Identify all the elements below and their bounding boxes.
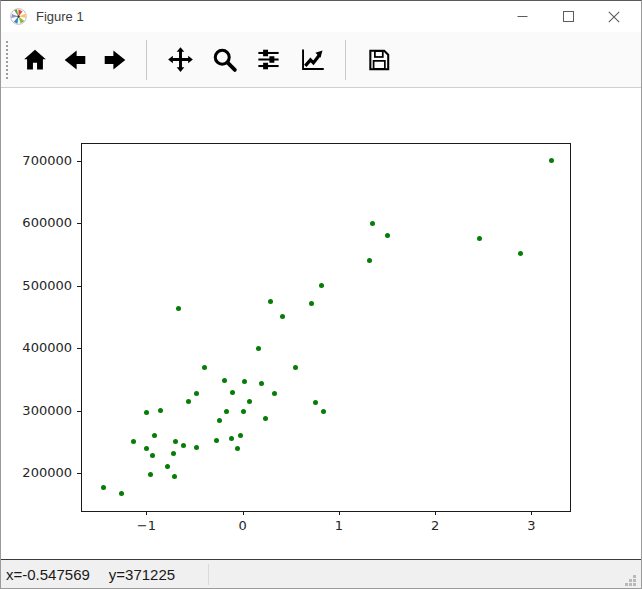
data-point: [549, 158, 554, 163]
data-point: [101, 485, 106, 490]
y-tick-label: 400000: [1, 340, 72, 355]
x-tick: [531, 511, 532, 515]
back-button[interactable]: [55, 37, 95, 83]
data-point: [202, 365, 207, 370]
figure-canvas[interactable]: −101232000003000004000005000006000007000…: [1, 88, 641, 559]
data-point: [367, 258, 372, 263]
forward-button[interactable]: [95, 37, 135, 83]
save-button[interactable]: [357, 37, 401, 83]
data-point: [238, 433, 243, 438]
minimize-button[interactable]: [499, 1, 545, 32]
close-icon: [608, 11, 620, 23]
y-tick: [77, 286, 81, 287]
x-tick: [146, 511, 147, 515]
y-tick-label: 500000: [1, 278, 72, 293]
x-tick-label: 1: [335, 518, 343, 533]
cursor-y-readout: y=371225: [109, 566, 175, 583]
x-tick: [435, 511, 436, 515]
titlebar[interactable]: Figure 1: [1, 1, 641, 32]
magnifier-icon: [211, 46, 238, 73]
data-point: [263, 416, 268, 421]
cursor-x-readout: x=-0.547569: [6, 566, 90, 583]
data-point: [194, 445, 199, 450]
data-point: [256, 346, 261, 351]
back-arrow-icon: [62, 47, 88, 73]
data-point: [172, 474, 177, 479]
statusbar: x=-0.547569 y=371225: [1, 559, 641, 589]
data-point: [148, 472, 153, 477]
y-tick: [77, 411, 81, 412]
line-chart-icon: [299, 46, 326, 73]
close-button[interactable]: [591, 1, 637, 32]
data-point: [119, 491, 124, 496]
data-point: [176, 306, 181, 311]
pan-button[interactable]: [158, 37, 202, 83]
data-point: [144, 410, 149, 415]
data-point: [385, 233, 390, 238]
window-title: Figure 1: [36, 9, 84, 24]
toolbar-separator: [146, 40, 147, 80]
save-floppy-icon: [366, 47, 392, 73]
x-tick-label: 3: [527, 518, 535, 533]
window-controls: [499, 1, 637, 32]
matplotlib-logo-icon: [10, 8, 27, 25]
data-point: [241, 409, 246, 414]
data-point: [217, 418, 222, 423]
forward-arrow-icon: [102, 47, 128, 73]
data-point: [280, 314, 285, 319]
toolbar-separator: [345, 40, 346, 80]
data-point: [224, 409, 229, 414]
pan-move-icon: [167, 46, 194, 73]
x-tick-label: 0: [239, 518, 247, 533]
home-icon: [22, 47, 48, 73]
data-point: [222, 378, 227, 383]
maximize-icon: [563, 11, 574, 22]
data-point: [165, 464, 170, 469]
data-point: [242, 379, 247, 384]
data-point: [309, 301, 314, 306]
data-point: [230, 390, 235, 395]
x-tick: [339, 511, 340, 515]
x-tick-label: −1: [137, 518, 156, 533]
zoom-button[interactable]: [202, 37, 246, 83]
y-tick-label: 300000: [1, 403, 72, 418]
data-point: [268, 299, 273, 304]
y-tick-label: 200000: [1, 465, 72, 480]
maximize-button[interactable]: [545, 1, 591, 32]
edit-parameters-button[interactable]: [290, 37, 334, 83]
minimize-icon: [517, 11, 528, 22]
figure-window: Figure 1: [0, 0, 642, 589]
navigation-toolbar: [1, 32, 641, 88]
sliders-icon: [255, 46, 282, 73]
data-point: [150, 453, 155, 458]
x-tick: [243, 511, 244, 515]
y-tick: [77, 223, 81, 224]
y-tick-label: 700000: [1, 153, 72, 168]
y-tick: [77, 161, 81, 162]
data-point: [229, 436, 234, 441]
data-point: [194, 391, 199, 396]
y-tick: [77, 473, 81, 474]
x-tick-label: 2: [431, 518, 439, 533]
data-point: [152, 433, 157, 438]
data-point: [477, 236, 482, 241]
configure-subplots-button[interactable]: [246, 37, 290, 83]
y-tick-label: 600000: [1, 215, 72, 230]
statusbar-separator: [208, 564, 209, 585]
y-tick: [77, 348, 81, 349]
toolbar-drag-handle[interactable]: [4, 39, 10, 81]
home-button[interactable]: [15, 37, 55, 83]
resize-grip[interactable]: [625, 583, 628, 586]
data-point: [321, 409, 326, 414]
